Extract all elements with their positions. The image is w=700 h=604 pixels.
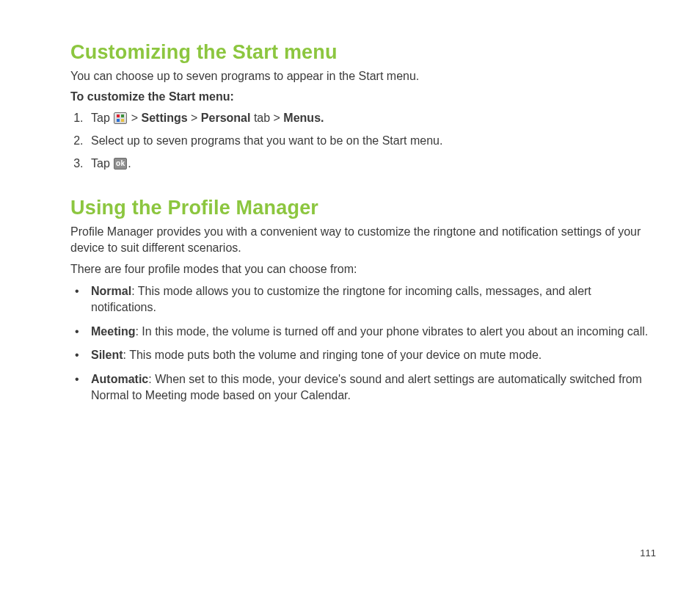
steps-list: Tap > Settings > Personal tab > Menus. S… (70, 109, 656, 172)
list-item: Automatic: When set to this mode, your d… (70, 371, 656, 404)
sub-heading: To customize the Start menu: (70, 90, 656, 103)
step-2: Select up to seven programs that you wan… (87, 132, 656, 149)
list-item: Meeting: In this mode, the volume is tur… (70, 324, 656, 340)
mode-desc: : In this mode, the volume is turned off… (135, 325, 648, 338)
separator: > (188, 112, 201, 124)
ok-icon (114, 158, 127, 170)
section-heading: Using the Profile Manager (70, 197, 656, 219)
intro-text: Profile Manager provides you with a conv… (70, 224, 656, 255)
section-heading: Customizing the Start menu (70, 41, 656, 64)
page-number: 111 (640, 547, 656, 558)
settings-label: Settings (141, 112, 187, 124)
intro-text: You can choose up to seven programs to a… (70, 68, 656, 84)
mode-name: Normal (91, 285, 131, 297)
personal-label: Personal (201, 112, 251, 124)
mode-name: Meeting (91, 325, 135, 338)
mode-desc: : This mode allows you to customize the … (91, 285, 591, 313)
start-icon (114, 112, 127, 124)
step-1: Tap > Settings > Personal tab > Menus. (87, 109, 656, 126)
separator: > (128, 112, 141, 124)
step-3: Tap . (87, 155, 656, 172)
step-text: Tap (91, 112, 113, 124)
tab-text: tab > (250, 112, 283, 124)
period: . (128, 157, 131, 170)
mode-name: Silent (91, 349, 123, 361)
intro-text: There are four profile modes that you ca… (70, 261, 656, 277)
menus-label: Menus. (283, 112, 324, 124)
list-item: Normal: This mode allows you to customiz… (70, 283, 656, 316)
mode-desc: : When set to this mode, your device's s… (91, 373, 642, 401)
list-item: Silent: This mode puts both the volume a… (70, 347, 656, 363)
section-customizing-start-menu: Customizing the Start menu You can choos… (70, 41, 656, 172)
document-page: Customizing the Start menu You can choos… (0, 0, 700, 604)
section-profile-manager: Using the Profile Manager Profile Manage… (70, 197, 656, 404)
step-text: Tap (91, 157, 113, 170)
mode-name: Automatic (91, 373, 148, 385)
mode-list: Normal: This mode allows you to customiz… (70, 283, 656, 404)
mode-desc: : This mode puts both the volume and rin… (123, 349, 542, 361)
